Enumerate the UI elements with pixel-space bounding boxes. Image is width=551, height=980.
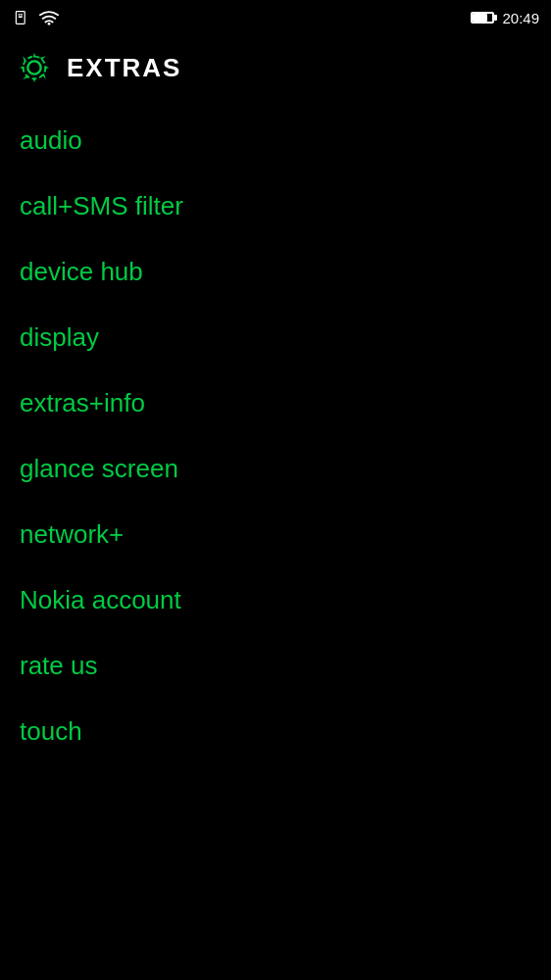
svg-rect-1 (19, 14, 21, 16)
menu-item-rate-us[interactable]: rate us (0, 633, 551, 699)
status-time: 20:49 (502, 10, 539, 26)
svg-rect-2 (21, 14, 23, 16)
svg-rect-3 (19, 16, 23, 18)
menu-item-display[interactable]: display (0, 305, 551, 370)
header-title: EXTRAS (67, 53, 181, 83)
menu-item-network-plus[interactable]: network+ (0, 502, 551, 567)
menu-list: audiocall+SMS filterdevice hubdisplayext… (0, 100, 551, 772)
menu-item-call-sms-filter[interactable]: call+SMS filter (0, 173, 551, 239)
wifi-icon (39, 10, 59, 25)
menu-item-nokia-account[interactable]: Nokia account (0, 567, 551, 633)
menu-item-device-hub[interactable]: device hub (0, 239, 551, 305)
svg-point-4 (48, 23, 51, 25)
gear-icon (16, 49, 53, 86)
menu-item-glance-screen[interactable]: glance screen (0, 436, 551, 502)
menu-item-audio[interactable]: audio (0, 108, 551, 173)
battery-icon (471, 12, 494, 24)
sim-icon (12, 10, 31, 25)
svg-point-5 (27, 61, 40, 74)
status-left-icons (12, 10, 59, 25)
svg-point-6 (24, 57, 46, 79)
menu-item-extras-info[interactable]: extras+info (0, 370, 551, 436)
menu-item-touch[interactable]: touch (0, 699, 551, 764)
header: EXTRAS (0, 35, 551, 100)
status-bar: 20:49 (0, 0, 551, 35)
status-right: 20:49 (471, 10, 539, 26)
